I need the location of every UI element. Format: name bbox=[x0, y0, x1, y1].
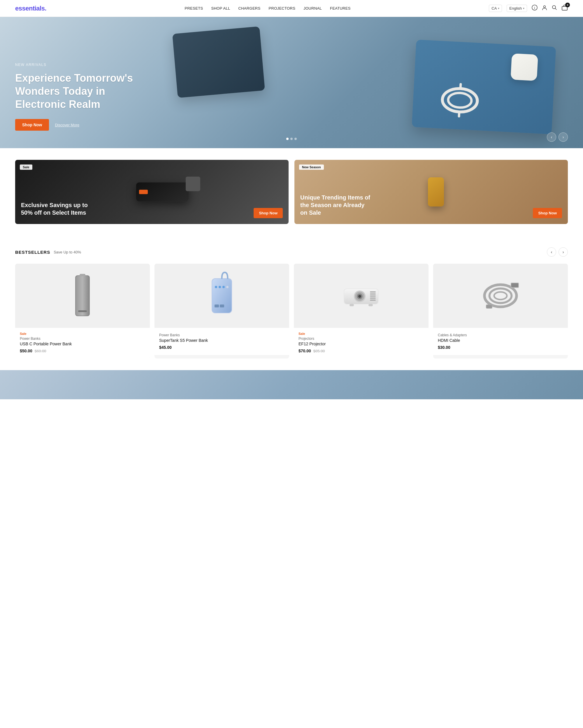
bestsellers-subtitle: Save Up to 40% bbox=[54, 250, 81, 254]
promo-card-1: Sale Exclusive Savings up to 50% off on … bbox=[15, 160, 288, 224]
promo-title-2: Unique Trending Items of the Season are … bbox=[300, 194, 370, 216]
svg-rect-33 bbox=[350, 304, 354, 306]
product-name-1: SuperTank S5 Power Bank bbox=[159, 338, 284, 343]
nav-journal[interactable]: JOURNAL bbox=[303, 6, 322, 10]
hero-title: Experience Tomorrow's Wonders Today in E… bbox=[15, 72, 146, 111]
discover-more-link[interactable]: Discover More bbox=[55, 123, 79, 127]
promo-section: Sale Exclusive Savings up to 50% off on … bbox=[0, 148, 583, 236]
svg-rect-15 bbox=[212, 279, 231, 313]
nav-shop-all[interactable]: SHOP ALL bbox=[211, 6, 230, 10]
products-grid: Sale Power Banks USB C Portable Power Ba… bbox=[15, 264, 568, 359]
bestsellers-title-group: BESTSELLERS Save Up to 40% bbox=[15, 250, 81, 255]
bestsellers-prev-button[interactable]: ‹ bbox=[547, 247, 556, 257]
product-category-2: Projectors bbox=[299, 337, 424, 341]
product-price-2: $70.00 $85.00 bbox=[299, 348, 424, 353]
nav-presets[interactable]: PRESETS bbox=[185, 6, 203, 10]
price-current-0: $50.00 bbox=[20, 348, 32, 353]
product-card-2[interactable]: Sale Projectors EF12 Projector $70.00 $8… bbox=[294, 264, 428, 359]
hero-dot-3[interactable] bbox=[295, 138, 297, 140]
price-original-2: $85.00 bbox=[313, 349, 325, 353]
product-image-1 bbox=[155, 264, 289, 328]
nav-features[interactable]: FEATURES bbox=[330, 6, 351, 10]
product-price-0: $50.00 $60.00 bbox=[20, 348, 145, 353]
bestsellers-nav: ‹ › bbox=[547, 247, 568, 257]
svg-point-2 bbox=[544, 6, 546, 8]
product-info-1: Power Banks SuperTank S5 Power Bank $45.… bbox=[155, 328, 289, 355]
hero-content: New Arrivals Experience Tomorrow's Wonde… bbox=[15, 63, 146, 131]
price-current-2: $70.00 bbox=[299, 348, 311, 353]
svg-line-4 bbox=[555, 8, 556, 10]
nav-projectors[interactable]: PROJECTORS bbox=[269, 6, 296, 10]
product-price-1: $45.00 bbox=[159, 345, 284, 350]
search-icon[interactable] bbox=[552, 5, 557, 12]
svg-line-9 bbox=[459, 112, 460, 116]
svg-rect-28 bbox=[370, 291, 376, 292]
user-icon[interactable] bbox=[542, 5, 548, 12]
price-original-0: $60.00 bbox=[35, 349, 46, 353]
hero-prev-button[interactable]: ‹ bbox=[547, 132, 556, 142]
product-image-2 bbox=[294, 264, 428, 328]
bestsellers-next-button[interactable]: › bbox=[558, 247, 568, 257]
promo-shop-now-1[interactable]: Shop Now bbox=[254, 208, 283, 218]
hero-badge: New Arrivals bbox=[15, 63, 146, 67]
cart-icon[interactable]: 0 bbox=[561, 4, 568, 12]
svg-rect-13 bbox=[78, 310, 87, 312]
svg-point-27 bbox=[358, 295, 361, 298]
product-price-3: $30.00 bbox=[438, 345, 563, 350]
product-card-0[interactable]: Sale Power Banks USB C Portable Power Ba… bbox=[15, 264, 150, 359]
hero-dot-2[interactable] bbox=[290, 138, 293, 140]
hero-next-button[interactable]: › bbox=[558, 132, 568, 142]
svg-rect-41 bbox=[487, 305, 492, 308]
svg-rect-32 bbox=[370, 300, 376, 301]
product-card-3[interactable]: Cables & Adapters HDMI Cable $30.00 bbox=[433, 264, 568, 359]
main-nav: PRESETS SHOP ALL CHARGERS PROJECTORS JOU… bbox=[185, 6, 351, 10]
powerbank-dark-icon bbox=[65, 269, 100, 322]
projector-icon bbox=[338, 278, 385, 313]
nav-chargers[interactable]: CHARGERS bbox=[238, 6, 260, 10]
hero-dot-1[interactable] bbox=[286, 138, 288, 140]
country-selector[interactable]: CA ▾ bbox=[489, 5, 502, 12]
info-icon[interactable]: i bbox=[532, 5, 537, 12]
svg-line-8 bbox=[461, 84, 461, 89]
bestsellers-section: BESTSELLERS Save Up to 40% ‹ › bbox=[0, 236, 583, 370]
country-label: CA bbox=[492, 6, 497, 10]
hero-blue-mat bbox=[412, 40, 556, 134]
promo-shop-now-2[interactable]: Shop Now bbox=[533, 208, 562, 218]
hero-dots bbox=[286, 138, 297, 140]
product-name-2: EF12 Projector bbox=[299, 341, 424, 346]
product-category-3: Cables & Adapters bbox=[438, 333, 563, 337]
svg-point-3 bbox=[552, 5, 556, 9]
country-chevron-icon: ▾ bbox=[498, 7, 499, 10]
product-category-0: Power Banks bbox=[20, 337, 145, 341]
svg-point-21 bbox=[226, 286, 228, 288]
product-card-1[interactable]: Power Banks SuperTank S5 Power Bank $45.… bbox=[155, 264, 289, 359]
promo-text-1: Exclusive Savings up to 50% off on Selec… bbox=[21, 201, 91, 218]
svg-rect-12 bbox=[80, 274, 85, 276]
svg-rect-29 bbox=[370, 293, 376, 294]
promo-product-2 bbox=[428, 177, 444, 207]
language-selector[interactable]: English ▾ bbox=[507, 5, 527, 12]
promo-title-1: Exclusive Savings up to 50% off on Selec… bbox=[21, 201, 91, 216]
svg-point-20 bbox=[222, 286, 225, 288]
svg-rect-11 bbox=[76, 276, 89, 316]
hero-tablet-left bbox=[172, 26, 265, 98]
svg-point-19 bbox=[219, 286, 221, 288]
product-info-0: Sale Power Banks USB C Portable Power Ba… bbox=[15, 328, 150, 359]
svg-point-36 bbox=[490, 288, 511, 303]
language-label: English bbox=[509, 6, 522, 10]
cable-icon bbox=[477, 277, 524, 315]
hero-section: New Arrivals Experience Tomorrow's Wonde… bbox=[0, 17, 583, 148]
language-chevron-icon: ▾ bbox=[523, 7, 524, 10]
header-icons: i 0 bbox=[532, 4, 568, 12]
shop-now-button[interactable]: Shop Now bbox=[15, 119, 49, 131]
product-image-0 bbox=[15, 264, 150, 328]
promo-card-2: New Season Unique Trending Items of the … bbox=[295, 160, 568, 224]
price-current-3: $30.00 bbox=[438, 345, 450, 350]
svg-text:i: i bbox=[534, 6, 535, 10]
svg-rect-17 bbox=[220, 305, 224, 307]
powerbank-blue-icon bbox=[206, 269, 238, 322]
hero-charger bbox=[510, 53, 538, 81]
bestsellers-title: BESTSELLERS bbox=[15, 250, 50, 255]
promo-badge-2: New Season bbox=[299, 164, 324, 170]
logo[interactable]: essentials. bbox=[15, 5, 46, 12]
